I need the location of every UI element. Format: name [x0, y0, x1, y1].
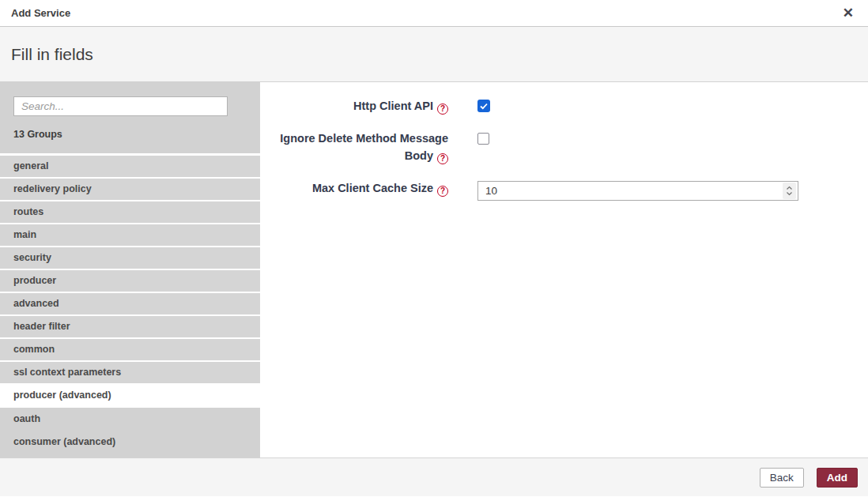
groups-count-label: 13 Groups	[13, 129, 247, 140]
sidebar-item-ssl-context-parameters[interactable]: ssl context parameters	[0, 362, 260, 383]
field-label: Max Client Cache Size?	[260, 179, 448, 197]
dialog-header: Add Service ✕	[0, 0, 868, 27]
field-label: Http Client API?	[260, 97, 448, 115]
field-control	[477, 130, 489, 145]
field-control	[477, 179, 798, 201]
max-client-cache-size-input[interactable]	[477, 181, 798, 201]
groups-sidebar: 13 Groups general redelivery policy rout…	[0, 82, 260, 457]
sidebar-header: 13 Groups	[0, 82, 260, 153]
close-icon[interactable]: ✕	[840, 5, 857, 21]
help-icon[interactable]: ?	[437, 153, 448, 164]
sidebar-item-oauth[interactable]: oauth	[0, 408, 260, 431]
form-row-ignore-delete-method-message-body: Ignore Delete Method Message Body?	[260, 130, 868, 164]
sidebar-item-advanced[interactable]: advanced	[0, 293, 260, 314]
help-glyph: ?	[440, 150, 445, 168]
field-label: Ignore Delete Method Message Body?	[260, 130, 448, 164]
sidebar-item-header-filter[interactable]: header filter	[0, 316, 260, 337]
sidebar-item-general[interactable]: general	[0, 156, 260, 177]
back-button[interactable]: Back	[760, 468, 804, 488]
sidebar-item-redelivery-policy[interactable]: redelivery policy	[0, 179, 260, 200]
add-service-dialog: Add Service ✕ Fill in fields 13 Groups g…	[0, 0, 868, 497]
help-icon[interactable]: ?	[437, 104, 448, 115]
spinner-chevrons-icon	[786, 186, 793, 196]
sidebar-item-security[interactable]: security	[0, 247, 260, 269]
search-input[interactable]	[13, 96, 228, 116]
help-glyph: ?	[440, 100, 445, 118]
field-label-text: Max Client Cache Size	[312, 182, 433, 194]
dialog-footer: Back Add	[0, 457, 868, 496]
dialog-body: 13 Groups general redelivery policy rout…	[0, 82, 868, 457]
page-title: Fill in fields	[11, 45, 93, 64]
http-client-api-checkbox[interactable]	[477, 100, 490, 112]
sidebar-item-producer-advanced[interactable]: producer (advanced)	[0, 385, 260, 406]
help-icon[interactable]: ?	[437, 186, 448, 197]
form-row-max-client-cache-size: Max Client Cache Size?	[260, 179, 868, 201]
number-input-wrap	[477, 181, 798, 201]
sidebar-item-consumer-advanced[interactable]: consumer (advanced)	[0, 431, 260, 454]
dialog-title: Add Service	[11, 7, 70, 19]
add-button[interactable]: Add	[817, 468, 858, 488]
form-row-http-client-api: Http Client API?	[260, 97, 868, 115]
checkmark-icon	[480, 103, 488, 110]
field-control	[477, 97, 490, 112]
field-label-text: Http Client API	[353, 100, 433, 112]
sidebar-item-routes[interactable]: routes	[0, 201, 260, 223]
sidebar-filler	[0, 454, 260, 457]
field-label-text: Ignore Delete Method Message Body	[280, 132, 448, 162]
ignore-delete-method-message-body-checkbox[interactable]	[477, 133, 489, 145]
help-glyph: ?	[440, 183, 445, 200]
sidebar-item-producer[interactable]: producer	[0, 270, 260, 292]
number-spinner[interactable]	[783, 183, 796, 199]
fields-panel: Http Client API? Ignore Delete Method Me…	[260, 82, 868, 457]
sidebar-item-common[interactable]: common	[0, 339, 260, 360]
sidebar-item-main[interactable]: main	[0, 224, 260, 246]
subheader-band: Fill in fields	[0, 27, 868, 82]
